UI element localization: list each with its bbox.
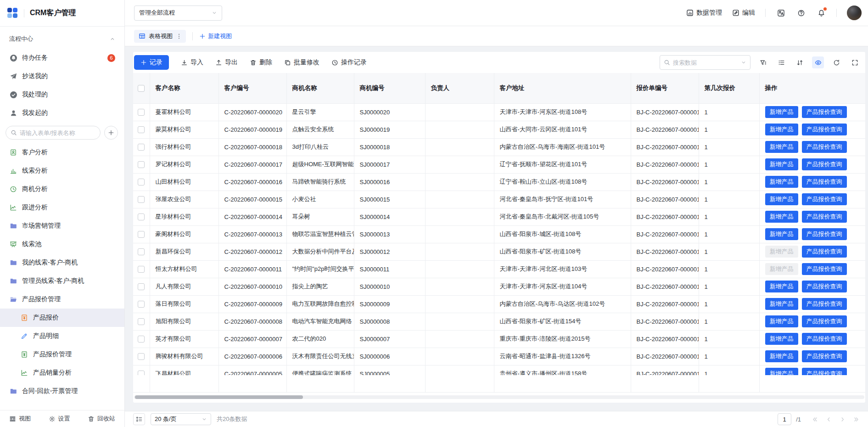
add-product-button[interactable]: 新增产品: [765, 281, 798, 292]
first-page-button[interactable]: [809, 414, 820, 425]
sort-button[interactable]: [794, 56, 806, 68]
sidebar-footer-设置[interactable]: 设置: [49, 415, 70, 423]
last-page-button[interactable]: [851, 414, 862, 425]
next-page-button[interactable]: [837, 414, 848, 425]
row-checkbox[interactable]: [138, 179, 145, 185]
delete-button[interactable]: 删除: [250, 58, 272, 67]
row-checkbox[interactable]: [138, 144, 145, 151]
sidebar-item-合同-回款-开票管理[interactable]: 合同-回款-开票管理: [0, 382, 124, 400]
chevron-up-icon[interactable]: [110, 36, 115, 42]
add-product-button[interactable]: 新增产品: [765, 106, 798, 118]
select-all-checkbox[interactable]: [138, 85, 145, 92]
sidebar-item-我发起的[interactable]: 我发起的: [0, 104, 124, 122]
product-quote-query-button[interactable]: 产品报价查询: [802, 281, 847, 292]
horizontal-scrollbar[interactable]: [134, 395, 864, 399]
sidebar-item-待办任务[interactable]: 待办任务6: [0, 49, 124, 67]
row-checkbox[interactable]: [138, 266, 145, 273]
product-quote-query-button[interactable]: 产品报价查询: [802, 158, 847, 170]
list-display-button[interactable]: [775, 56, 787, 68]
edit-button[interactable]: 编辑: [732, 9, 755, 17]
sidebar-item-产品明细[interactable]: 产品明细: [0, 327, 124, 345]
row-checkbox[interactable]: [138, 353, 145, 360]
sidebar-item-线索池[interactable]: 线索池: [0, 235, 124, 253]
filter-button[interactable]: [757, 56, 769, 68]
row-checkbox[interactable]: [138, 109, 145, 116]
notifications-button[interactable]: [816, 8, 826, 18]
help-button[interactable]: [796, 8, 806, 18]
product-quote-query-button[interactable]: 产品报价查询: [802, 141, 847, 153]
product-quote-query-button[interactable]: 产品报价查询: [802, 106, 847, 118]
product-quote-query-button[interactable]: 产品报价查询: [802, 211, 847, 223]
row-checkbox[interactable]: [138, 336, 145, 343]
product-quote-query-button[interactable]: 产品报价查询: [802, 228, 847, 240]
scrollbar-thumb[interactable]: [135, 395, 303, 399]
product-quote-query-button[interactable]: 产品报价查询: [802, 263, 847, 275]
product-quote-query-button[interactable]: 产品报价查询: [802, 333, 847, 345]
sidebar-item-抄送我的[interactable]: 抄送我的: [0, 67, 124, 85]
product-quote-query-button[interactable]: 产品报价查询: [802, 246, 847, 258]
add-product-button[interactable]: 新增产品: [765, 368, 798, 375]
language-button[interactable]: [776, 8, 786, 18]
sidebar-item-我处理的[interactable]: 我处理的: [0, 85, 124, 104]
sidebar-item-产品报价[interactable]: 产品报价: [0, 309, 124, 327]
add-product-button[interactable]: 新增产品: [765, 124, 798, 135]
sidebar-item-客户分析[interactable]: 客户分析: [0, 143, 124, 162]
tab-table-view[interactable]: 表格视图: [134, 30, 186, 43]
sidebar-item-市场营销管理[interactable]: 市场营销管理: [0, 217, 124, 235]
sidebar-item-产品报价管理[interactable]: 产品报价管理: [0, 345, 124, 364]
sidebar-item-产品销量分析[interactable]: 产品销量分析: [0, 364, 124, 382]
refresh-button[interactable]: [830, 56, 842, 68]
product-quote-query-button[interactable]: 产品报价查询: [802, 315, 847, 327]
sidebar-item-管理员线索-客户-商机[interactable]: 管理员线索-客户-商机: [0, 272, 124, 290]
column-visibility-button[interactable]: [812, 56, 824, 68]
sidebar-item-跟进分析[interactable]: 跟进分析: [0, 198, 124, 217]
sidebar-search-input[interactable]: [20, 129, 95, 136]
add-product-button[interactable]: 新增产品: [765, 158, 798, 170]
sidebar-item-我的线索-客户-商机[interactable]: 我的线索-客户-商机: [0, 253, 124, 272]
sidebar-item-产品报价管理[interactable]: 产品报价管理: [0, 290, 124, 309]
user-avatar[interactable]: [847, 6, 862, 20]
row-checkbox[interactable]: [138, 214, 145, 220]
row-checkbox[interactable]: [138, 231, 145, 238]
add-product-button[interactable]: 新增产品: [765, 211, 798, 223]
add-product-button[interactable]: 新增产品: [765, 193, 798, 205]
new-view-button[interactable]: 新建视图: [199, 32, 232, 40]
add-product-button[interactable]: 新增产品: [765, 333, 798, 345]
row-checkbox[interactable]: [138, 371, 145, 375]
add-product-button[interactable]: 新增产品: [765, 315, 798, 327]
row-checkbox[interactable]: [138, 126, 145, 133]
flow-scope-select[interactable]: 管理全部流程: [134, 6, 222, 21]
import-button[interactable]: 导入: [181, 58, 203, 67]
add-form-button[interactable]: [104, 126, 118, 140]
add-product-button[interactable]: 新增产品: [765, 176, 798, 188]
product-quote-query-button[interactable]: 产品报价查询: [802, 368, 847, 375]
table-search-input[interactable]: [673, 59, 738, 66]
product-quote-query-button[interactable]: 产品报价查询: [802, 350, 847, 362]
add-product-button[interactable]: 新增产品: [765, 350, 798, 362]
product-quote-query-button[interactable]: 产品报价查询: [802, 298, 847, 310]
add-product-button[interactable]: 新增产品: [765, 141, 798, 153]
batch-edit-button[interactable]: 批量修改: [284, 58, 319, 67]
page-number-input[interactable]: [778, 413, 791, 425]
more-options-icon[interactable]: [176, 33, 182, 39]
sidebar-footer-视图[interactable]: 视图: [9, 415, 31, 423]
product-quote-query-button[interactable]: 产品报价查询: [802, 124, 847, 135]
sidebar-footer-回收站[interactable]: 回收站: [88, 415, 115, 423]
operation-log-button[interactable]: 操作记录: [331, 58, 367, 67]
row-checkbox[interactable]: [138, 318, 145, 325]
new-record-button[interactable]: 记录: [134, 55, 169, 70]
product-quote-query-button[interactable]: 产品报价查询: [802, 176, 847, 188]
sidebar-item-线索分析[interactable]: 线索分析: [0, 162, 124, 180]
row-checkbox[interactable]: [138, 301, 145, 308]
sidebar-section-process-center[interactable]: 流程中心: [0, 29, 124, 49]
add-product-button[interactable]: 新增产品: [765, 228, 798, 240]
add-product-button[interactable]: 新增产品: [765, 298, 798, 310]
fullscreen-button[interactable]: [849, 56, 861, 68]
product-quote-query-button[interactable]: 产品报价查询: [802, 193, 847, 205]
page-size-select[interactable]: 20 条/页: [151, 413, 211, 425]
chevron-down-icon[interactable]: [741, 60, 746, 65]
prev-page-button[interactable]: [823, 414, 834, 425]
row-checkbox[interactable]: [138, 196, 145, 203]
row-height-button[interactable]: [133, 413, 145, 425]
row-checkbox[interactable]: [138, 161, 145, 168]
